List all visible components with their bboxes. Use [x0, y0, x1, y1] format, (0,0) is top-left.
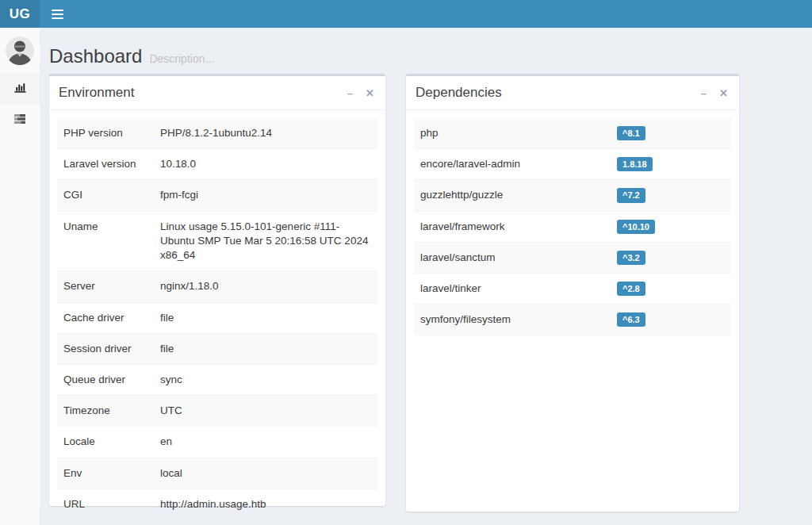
version-badge: ^7.2	[617, 188, 645, 202]
logo[interactable]: UG	[0, 0, 40, 28]
env-row-value: Linux usage 5.15.0-101-generic #111-Ubun…	[154, 211, 377, 271]
dependency-name: laravel/sanctum	[414, 242, 611, 273]
version-badge: ^3.2	[617, 251, 645, 265]
env-table-row: Cache driverfile	[57, 302, 377, 333]
dependencies-table: php^8.1encore/laravel-admin1.8.18guzzleh…	[414, 118, 731, 335]
sidebar	[0, 28, 40, 525]
env-row-value: http://admin.usage.htb	[154, 489, 377, 519]
dependency-version-cell: ^3.2	[611, 242, 731, 273]
env-row-label: Cache driver	[57, 302, 154, 333]
dependency-table-row: guzzlehttp/guzzle^7.2	[414, 180, 731, 211]
sidebar-item-dashboard[interactable]	[0, 73, 40, 105]
dependency-name: laravel/tinker	[414, 274, 611, 305]
dependency-version-cell: ^2.8	[611, 274, 731, 305]
sidebar-item-admin[interactable]	[0, 105, 40, 136]
env-row-label: URL	[57, 489, 154, 519]
close-icon[interactable]: ✕	[718, 86, 730, 100]
dependency-name: laravel/framework	[414, 211, 611, 242]
environment-panel: Environment – ✕ PHP versionPHP/8.1.2-1ub…	[49, 74, 385, 506]
env-table-row: Envlocal	[57, 458, 377, 489]
close-icon[interactable]: ✕	[364, 86, 376, 100]
dependencies-panel-title: Dependencies	[416, 85, 502, 101]
env-row-label: Env	[57, 458, 154, 489]
version-badge: ^10.10	[617, 220, 655, 234]
tasks-icon	[13, 113, 26, 128]
dashboard-row: Environment – ✕ PHP versionPHP/8.1.2-1ub…	[40, 74, 812, 512]
env-row-label: Session driver	[57, 333, 154, 364]
env-row-label: Timezone	[57, 396, 154, 427]
dependency-version-cell: ^7.2	[611, 180, 731, 211]
bar-chart-icon	[13, 81, 27, 97]
dependency-name: encore/laravel-admin	[414, 149, 611, 180]
env-row-label: Queue driver	[57, 364, 154, 395]
dependency-name: symfony/filesystem	[414, 305, 611, 335]
collapse-icon[interactable]: –	[346, 86, 354, 100]
env-row-value: file	[154, 333, 377, 364]
dependency-version-cell: ^8.1	[611, 118, 731, 149]
version-badge: ^2.8	[617, 282, 645, 296]
env-row-value: nginx/1.18.0	[154, 271, 377, 302]
env-row-value: PHP/8.1.2-1ubuntu2.14	[154, 118, 377, 149]
dependency-name: guzzlehttp/guzzle	[414, 180, 611, 211]
page-title: DashboardDescription...	[49, 46, 214, 69]
env-table-row: Session driverfile	[57, 333, 377, 364]
dependencies-panel-header: Dependencies – ✕	[406, 76, 739, 110]
version-badge: ^6.3	[617, 312, 645, 327]
dependency-table-row: php^8.1	[414, 118, 731, 149]
env-row-label: Uname	[57, 211, 154, 271]
dependency-table-row: symfony/filesystem^6.3	[414, 305, 731, 335]
main-content: DashboardDescription... Environment – ✕ …	[40, 28, 812, 525]
env-row-label: CGI	[57, 180, 154, 211]
environment-table: PHP versionPHP/8.1.2-1ubuntu2.14Laravel …	[57, 118, 377, 519]
dependencies-panel-tools: – ✕	[699, 86, 730, 100]
env-row-value: fpm-fcgi	[154, 180, 377, 211]
env-table-row: Localeen	[57, 427, 377, 458]
env-table-row: UnameLinux usage 5.15.0-101-generic #111…	[57, 211, 377, 271]
dependency-table-row: encore/laravel-admin1.8.18	[414, 149, 731, 180]
env-table-row: TimezoneUTC	[57, 396, 377, 427]
environment-panel-tools: – ✕	[346, 86, 376, 100]
collapse-icon[interactable]: –	[699, 86, 708, 100]
dependency-version-cell: ^6.3	[611, 305, 731, 335]
dependencies-panel: Dependencies – ✕ php^8.1encore/laravel-a…	[406, 74, 739, 512]
env-table-row: Queue driversync	[57, 364, 377, 395]
env-row-value: file	[154, 302, 377, 333]
sidebar-toggle-button[interactable]	[40, 0, 75, 28]
dependency-version-cell: ^10.10	[611, 211, 731, 242]
version-badge: 1.8.18	[617, 157, 653, 171]
environment-panel-title: Environment	[59, 85, 134, 101]
page-subtitle: Description...	[149, 52, 214, 65]
env-row-value: en	[154, 427, 377, 458]
env-row-value: sync	[154, 364, 377, 395]
env-row-label: Laravel version	[57, 149, 154, 180]
user-avatar	[6, 36, 34, 65]
dependencies-panel-body: php^8.1encore/laravel-admin1.8.18guzzleh…	[406, 110, 739, 343]
env-row-value: 10.18.0	[154, 149, 377, 180]
admin-dashboard-screen: UG	[0, 0, 812, 525]
env-row-label: Server	[57, 271, 154, 302]
env-table-row: CGIfpm-fcgi	[57, 180, 377, 211]
user-panel[interactable]	[0, 28, 40, 73]
dependency-name: php	[414, 118, 611, 149]
version-badge: ^8.1	[617, 126, 645, 140]
env-table-row: URLhttp://admin.usage.htb	[57, 489, 377, 519]
environment-panel-header: Environment – ✕	[49, 76, 385, 110]
env-table-row: Servernginx/1.18.0	[57, 271, 377, 302]
dependency-table-row: laravel/sanctum^3.2	[414, 242, 731, 273]
content-header: DashboardDescription...	[49, 41, 802, 74]
env-row-label: Locale	[57, 427, 154, 458]
dependency-table-row: laravel/framework^10.10	[414, 211, 731, 242]
top-navbar: UG	[0, 0, 812, 28]
dependency-version-cell: 1.8.18	[611, 149, 731, 180]
env-row-value: local	[154, 458, 377, 489]
hamburger-icon	[52, 10, 63, 11]
env-table-row: PHP versionPHP/8.1.2-1ubuntu2.14	[57, 118, 377, 149]
env-row-value: UTC	[154, 396, 377, 427]
env-row-label: PHP version	[57, 118, 154, 149]
environment-panel-body: PHP versionPHP/8.1.2-1ubuntu2.14Laravel …	[49, 110, 385, 525]
env-table-row: Laravel version10.18.0	[57, 149, 377, 180]
dependency-table-row: laravel/tinker^2.8	[414, 274, 731, 305]
